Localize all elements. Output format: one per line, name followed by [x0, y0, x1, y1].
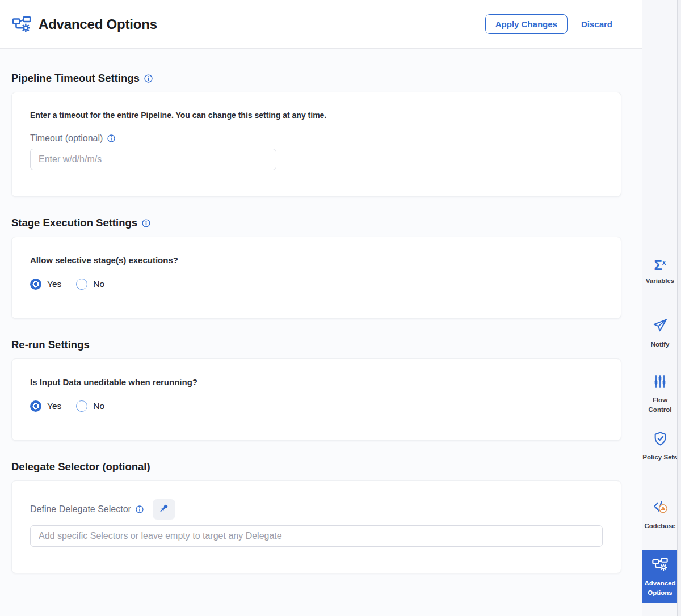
- page-title: Advanced Options: [39, 16, 157, 32]
- shield-check-icon: [653, 431, 668, 449]
- delegate-selector-heading: Delegate Selector (optional): [11, 461, 621, 473]
- pipeline-timeout-heading: Pipeline Timeout Settings: [11, 72, 621, 85]
- pipeline-gear-icon: [651, 556, 669, 575]
- rerun-radio-group: Yes No: [30, 400, 603, 412]
- stage-execution-no-option[interactable]: No: [76, 279, 104, 290]
- info-icon[interactable]: [142, 219, 150, 227]
- main-panel: Advanced Options Apply Changes Discard P…: [0, 0, 642, 616]
- sidebar-item-label: Notify: [651, 340, 670, 349]
- delegate-label-row: Define Delegate Selector: [30, 499, 603, 520]
- radio-label: No: [93, 279, 104, 289]
- stage-execution-radio-group: Yes No: [30, 279, 603, 290]
- delegate-selector-label: Define Delegate Selector: [30, 504, 131, 514]
- info-icon[interactable]: [107, 134, 115, 142]
- sidebar-item-label: Codebase: [645, 521, 676, 531]
- delegate-selector-heading-text: Delegate Selector (optional): [11, 461, 150, 473]
- radio-selected-icon: [30, 279, 41, 290]
- sidebar-item-flow-control[interactable]: Flow Control: [642, 374, 678, 414]
- sidebar-item-advanced-options[interactable]: Advanced Options: [642, 550, 678, 603]
- timeout-input[interactable]: [30, 149, 276, 170]
- info-icon[interactable]: [144, 74, 153, 83]
- radio-label: No: [93, 401, 104, 411]
- pipeline-timeout-heading-text: Pipeline Timeout Settings: [11, 72, 140, 85]
- header-actions: Apply Changes Discard: [485, 14, 612, 34]
- sidebar-item-codebase[interactable]: Codebase: [642, 499, 678, 531]
- stage-execution-yes-option[interactable]: Yes: [30, 279, 61, 290]
- sidebar-item-label: Variables: [646, 276, 675, 286]
- scrollbar-track[interactable]: [677, 0, 681, 616]
- sigma-x-icon: Σx: [654, 259, 666, 272]
- radio-unselected-icon: [76, 279, 87, 290]
- stage-config-sidebar: Σx Variables Notify: [642, 0, 681, 616]
- radio-label: Yes: [47, 401, 61, 411]
- sidebar-item-policy-sets[interactable]: Policy Sets: [642, 431, 678, 462]
- rerun-heading-text: Re-run Settings: [11, 339, 90, 351]
- delegate-selector-card: Define Delegate Selector: [11, 480, 621, 573]
- radio-selected-icon: [30, 400, 41, 412]
- timeout-label: Timeout (optional): [30, 133, 103, 144]
- header: Advanced Options Apply Changes Discard: [0, 0, 642, 49]
- title-wrap: Advanced Options: [11, 14, 157, 35]
- pin-button[interactable]: [153, 499, 175, 520]
- rerun-heading: Re-run Settings: [11, 339, 621, 351]
- timeout-label-row: Timeout (optional): [30, 133, 603, 144]
- pipeline-timeout-description: Enter a timeout for the entire Pipeline.…: [30, 111, 603, 120]
- sidebar-item-notify[interactable]: Notify: [642, 318, 678, 349]
- stage-execution-question: Allow selective stage(s) executions?: [30, 255, 603, 265]
- rerun-card: Is Input Data uneditable when rerunning?…: [11, 358, 621, 441]
- pipeline-timeout-card: Enter a timeout for the entire Pipeline.…: [11, 92, 621, 197]
- info-icon[interactable]: [136, 505, 144, 513]
- sliders-icon: [653, 374, 667, 391]
- rerun-question: Is Input Data uneditable when rerunning?: [30, 377, 603, 387]
- stage-execution-card: Allow selective stage(s) executions? Yes…: [11, 237, 621, 319]
- sidebar-item-label: Policy Sets: [642, 453, 677, 462]
- pin-icon: [158, 503, 169, 516]
- stage-execution-heading: Stage Execution Settings: [11, 217, 621, 229]
- sidebar-items: Σx Variables Notify: [642, 0, 678, 616]
- delegate-selector-input[interactable]: [30, 525, 603, 547]
- settings-content: Pipeline Timeout Settings Enter a timeou…: [0, 72, 642, 573]
- sidebar-item-label: Flow Control: [642, 395, 678, 414]
- stage-execution-heading-text: Stage Execution Settings: [11, 217, 137, 229]
- rerun-yes-option[interactable]: Yes: [30, 400, 61, 412]
- sidebar-item-label: Advanced Options: [642, 579, 678, 597]
- radio-label: Yes: [47, 279, 61, 289]
- radio-unselected-icon: [76, 400, 87, 412]
- rerun-no-option[interactable]: No: [76, 400, 104, 412]
- paper-plane-icon: [652, 318, 668, 336]
- apply-changes-button[interactable]: Apply Changes: [485, 14, 568, 34]
- sidebar-item-variables[interactable]: Σx Variables: [642, 259, 678, 286]
- pipeline-gear-icon: [11, 14, 32, 35]
- discard-link[interactable]: Discard: [581, 19, 612, 29]
- code-warning-icon: [652, 499, 668, 517]
